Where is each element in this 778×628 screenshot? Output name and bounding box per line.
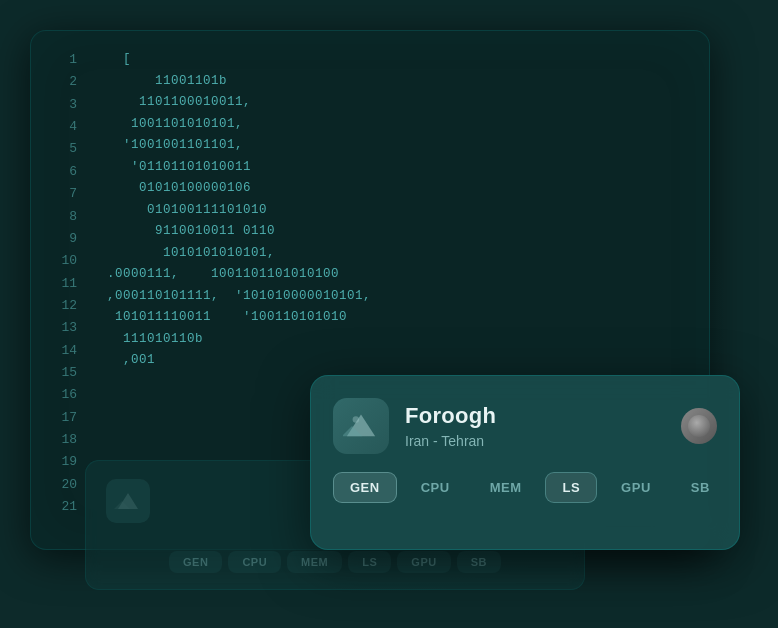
mountain-icon <box>343 408 379 444</box>
mountain-icon-blurred <box>114 487 142 515</box>
blurred-tab-gpu: GPU <box>397 551 450 573</box>
card-tabs[interactable]: GENCPUMEMLSGPUSB <box>333 472 717 521</box>
blurred-tab-ls: LS <box>348 551 391 573</box>
tab-mem[interactable]: MEM <box>474 473 538 502</box>
tab-sb[interactable]: SB <box>675 473 726 502</box>
tab-ls[interactable]: LS <box>545 472 597 503</box>
blurred-tab-mem: MEM <box>287 551 342 573</box>
tab-gen[interactable]: GEN <box>333 472 397 503</box>
main-card: Foroogh Iran - Tehran GENCPUMEMLSGPUSB <box>310 375 740 550</box>
blurred-tab-sb: SB <box>457 551 501 573</box>
card-avatar <box>333 398 389 454</box>
blurred-tab-gen: GEN <box>169 551 222 573</box>
tab-cpu[interactable]: CPU <box>405 473 466 502</box>
card-name: Foroogh <box>405 403 665 429</box>
card-badge <box>681 408 717 444</box>
line-numbers: 123456789101112131415161718192021 <box>31 49 91 531</box>
card-location: Iran - Tehran <box>405 433 665 449</box>
card-info: Foroogh Iran - Tehran <box>405 403 665 448</box>
card-header: Foroogh Iran - Tehran <box>333 398 717 454</box>
badge-inner <box>688 415 710 437</box>
svg-point-4 <box>353 416 359 422</box>
tab-gpu[interactable]: GPU <box>605 473 667 502</box>
blurred-tab-cpu: CPU <box>228 551 281 573</box>
blurred-avatar <box>106 479 150 523</box>
blurred-tabs: GENCPUMEMLSGPUSB <box>86 551 584 573</box>
